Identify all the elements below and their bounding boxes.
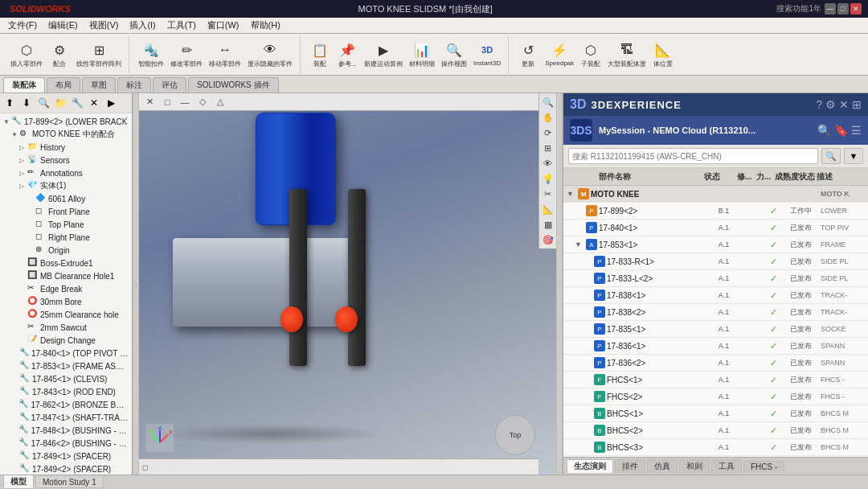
part-row[interactable]: P 17-840<1> A.1 ✓ 已发布 TOP PIV: [563, 220, 868, 236]
tab-assembly[interactable]: 装配体: [3, 77, 45, 92]
col-arrow-header[interactable]: 力...: [756, 171, 772, 183]
panel-btn-close[interactable]: ✕: [86, 95, 102, 111]
3dexp-settings-btn[interactable]: ⚙: [825, 98, 836, 111]
part-row[interactable]: ▼ A 17-853<1> A.1 ✓ 已发布 FRAME: [563, 236, 868, 253]
col-status-header[interactable]: 状态: [692, 171, 732, 183]
3dexp-help-btn[interactable]: ?: [816, 98, 822, 111]
vp-tool-triad[interactable]: 🎯: [541, 232, 555, 247]
toolbar-btn-large-assembly[interactable]: 🏗 大型装配体显: [605, 39, 649, 69]
rp-bottom-tab[interactable]: 工具: [711, 459, 742, 473]
part-row[interactable]: P 17-833-L<2> A.1 ✓ 已发布 SIDE PL: [563, 270, 868, 287]
part-row[interactable]: B BHCS<1> A.1 ✓ 已发布 BHCS M: [563, 405, 868, 422]
vp-tool-display[interactable]: 💡: [541, 171, 555, 186]
tree-item[interactable]: ⭕ 25mm Clearance hole: [0, 308, 132, 321]
toolbar-btn-smart-fasteners[interactable]: 🔩 智能扣件: [136, 39, 166, 69]
toolbar-btn-assembly[interactable]: 📋 装配: [307, 39, 333, 69]
menu-view[interactable]: 视图(V): [84, 18, 124, 32]
toolbar-btn-update[interactable]: ↺ 更新: [515, 39, 541, 69]
vp-triangle-btn[interactable]: △: [213, 95, 227, 109]
toolbar-btn-instant3d[interactable]: 3D Instant3D: [471, 39, 503, 69]
search-submit-btn[interactable]: 🔍: [821, 148, 841, 164]
panel-btn-expand[interactable]: ▶: [103, 95, 119, 111]
tree-item[interactable]: 🔲 Boss-Extrude1: [0, 257, 132, 269]
vp-tool-rotate[interactable]: ⟳: [541, 125, 555, 140]
tree-item[interactable]: 🔧 17-848<1> (BUSHING - CLE: [0, 424, 132, 437]
toolbar-btn-bom[interactable]: 📊 材料明细: [407, 39, 437, 69]
part-row[interactable]: P 17-833-R<1> A.1 ✓ 已发布 SIDE PL: [563, 253, 868, 270]
tab-sketch[interactable]: 草图: [82, 77, 116, 92]
tree-item[interactable]: ◻ Right Plane: [0, 231, 132, 244]
orientation-gizmo[interactable]: Top: [495, 415, 535, 455]
toolbar-btn-move[interactable]: ↔ 移动零部件: [207, 39, 244, 69]
tree-item[interactable]: ▷ 📁 History: [0, 141, 132, 154]
vp-tool-view[interactable]: 👁: [541, 156, 555, 171]
tree-item[interactable]: ⭕ 30mm Bore: [0, 295, 132, 308]
tree-item[interactable]: 🔧 17-846<2> (BUSHING - CLE: [0, 437, 132, 450]
col-mature-header[interactable]: 成熟度状态: [772, 171, 817, 183]
toolbar-btn-new-motion[interactable]: ▶ 新建运动算例: [362, 39, 405, 69]
toolbar-btn-insert-component[interactable]: ⬡ 插入零部件: [8, 39, 45, 69]
tab-annotation[interactable]: 标注: [117, 77, 151, 92]
panel-btn-folder[interactable]: 📁: [52, 95, 68, 111]
vp-min-btn[interactable]: —: [178, 95, 192, 109]
menu-help[interactable]: 帮助(H): [246, 18, 285, 32]
tree-item[interactable]: ◻ Front Plane: [0, 205, 132, 218]
tree-item[interactable]: 🔧 17-849<1> (SPACER): [0, 450, 132, 462]
3dexp-expand-btn[interactable]: ⊞: [852, 98, 862, 111]
part-row[interactable]: P 17-836<2> A.1 ✓ 已发布 SPANN: [563, 355, 868, 372]
vp-tool-fit[interactable]: ⊞: [541, 141, 555, 155]
3dexp-search-input[interactable]: [568, 148, 818, 164]
tree-item[interactable]: ▼ 🔧 17-899<2> (LOWER BRACK: [0, 115, 132, 128]
part-row[interactable]: P 17-838<2> A.1 ✓ 已发布 TRACK-: [563, 304, 868, 321]
tree-item[interactable]: 🔧 17-840<1> (TOP PIVOT MO: [0, 347, 132, 360]
tree-item[interactable]: 🔧 17-847<1> (SHAFT-TRACK): [0, 411, 132, 424]
tree-item[interactable]: 🔲 MB Clearance Hole1: [0, 269, 132, 282]
vp-tool-measure[interactable]: 📐: [541, 202, 555, 216]
tree-item[interactable]: ▷ 📡 Sensors: [0, 154, 132, 166]
panel-btn-search[interactable]: 🔍: [35, 95, 51, 111]
part-row[interactable]: ▼ M MOTO KNEE MOTO K: [563, 186, 868, 203]
part-row[interactable]: F FHCS<1> A.1 ✓ 已发布 FHCS -: [563, 372, 868, 388]
toolbar-btn-view-ops[interactable]: 🔍 操作视图: [439, 39, 469, 69]
tree-item[interactable]: ✂ Edge Break: [0, 282, 132, 295]
part-row[interactable]: P 17-835<1> A.1 ✓ 已发布 SOCKE: [563, 321, 868, 338]
tree-item[interactable]: 🔧 17-862<1> (BRONZE BUSHI: [0, 398, 132, 411]
tree-item[interactable]: 🔧 17-853<1> (FRAME ASSEM: [0, 360, 132, 372]
tree-item[interactable]: 🔧 17-849<2> (SPACER): [0, 462, 132, 475]
toolbar-btn-reference[interactable]: 📌 参考...: [334, 39, 360, 69]
part-row[interactable]: B BHCS<3> A.1 ✓ 已发布 BHCS M: [563, 439, 868, 456]
tab-layout[interactable]: 布局: [47, 77, 80, 92]
part-row[interactable]: P 17-836<1> A.1 ✓ 已发布 SPANN: [563, 338, 868, 355]
minimize-button[interactable]: —: [825, 3, 836, 14]
toolbar-btn-modify[interactable]: ✏ 修改零部件: [168, 39, 205, 69]
vp-tool-grid[interactable]: ▦: [541, 217, 555, 232]
session-menu-btn[interactable]: ☰: [851, 124, 862, 137]
maximize-button[interactable]: □: [837, 3, 849, 14]
tab-motion-study[interactable]: Motion Study 1: [35, 477, 104, 488]
close-button[interactable]: ✕: [850, 3, 862, 14]
rp-bottom-tab[interactable]: 和则: [679, 459, 710, 473]
col-ver-header[interactable]: 修...: [732, 171, 756, 183]
part-row[interactable]: B BHCS<2> A.1 ✓ 已发布 BHCS M: [563, 422, 868, 439]
menu-edit[interactable]: 编辑(E): [43, 18, 83, 32]
rp-bottom-tab[interactable]: 仿真: [647, 459, 678, 473]
part-row[interactable]: P 17-838<1> A.1 ✓ 已发布 TRACK-: [563, 287, 868, 304]
vp-close-btn[interactable]: ✕: [142, 95, 157, 109]
tree-item[interactable]: 🔧 17-845<1> (CLEVIS): [0, 372, 132, 385]
rp-bottom-tab[interactable]: FHCS -: [743, 461, 784, 472]
right-panel-resize-handle[interactable]: ⋮: [556, 93, 563, 475]
vp-tool-section[interactable]: ✂: [541, 187, 555, 201]
left-panel-resize-handle[interactable]: ⋮: [133, 93, 139, 475]
tab-solidworks-plugins[interactable]: SOLIDWORKS 插件: [188, 77, 279, 92]
toolbar-btn-mate[interactable]: ⚙ 配合: [47, 39, 72, 69]
session-bookmark-btn[interactable]: 🔖: [834, 124, 848, 137]
toolbar-btn-sub-assembly[interactable]: ⬡ 子装配: [578, 39, 604, 69]
vp-diamond-btn[interactable]: ◇: [195, 95, 210, 109]
tree-item[interactable]: ✂ 2mm Sawcut: [0, 321, 132, 334]
tab-evaluate[interactable]: 评估: [153, 77, 186, 92]
panel-btn-settings[interactable]: 🔧: [69, 95, 85, 111]
tree-item[interactable]: 🔧 17-843<1> (ROD END): [0, 385, 132, 398]
tree-item[interactable]: ▼ ⚙ MOTO KNEE 中的配合: [0, 128, 132, 141]
tab-model[interactable]: 模型: [3, 475, 34, 489]
col-desc-header[interactable]: 描述: [817, 171, 865, 183]
